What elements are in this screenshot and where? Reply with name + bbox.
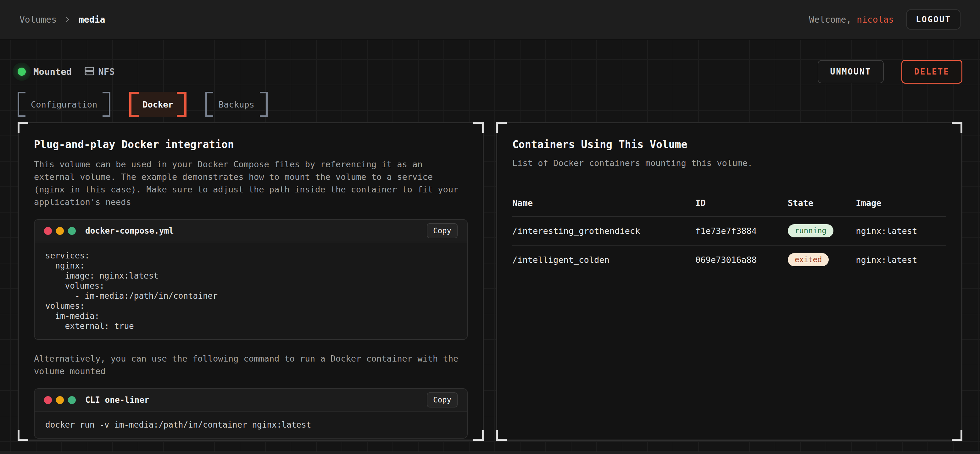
volume-status: Mounted NFS (18, 66, 115, 77)
copy-button[interactable]: Copy (427, 223, 458, 238)
delete-button[interactable]: DELETE (901, 60, 963, 84)
panel-corner-bracket (496, 122, 507, 133)
code-block-header: CLI one-liner Copy (35, 389, 467, 411)
driver-label: NFS (98, 66, 115, 77)
server-icon (84, 66, 94, 77)
compose-code: services: nginx: image: nginx:latest vol… (35, 243, 467, 339)
breadcrumb: Volumes media (19, 14, 105, 25)
panel-title: Containers Using This Volume (512, 138, 946, 151)
unmount-button[interactable]: UNMOUNT (818, 60, 884, 83)
cli-code-block: CLI one-liner Copy docker run -v im-medi… (34, 388, 468, 438)
main-content: Mounted NFS UNMOUNT DELETE Configuration… (0, 40, 980, 451)
volume-actions: UNMOUNT DELETE (818, 60, 963, 84)
window-dot-red-icon (44, 396, 52, 404)
tab-configuration[interactable]: Configuration (18, 92, 110, 117)
footer-strip (0, 451, 980, 454)
mounted-status-label: Mounted (33, 66, 72, 77)
status-row: Mounted NFS UNMOUNT DELETE (18, 60, 963, 84)
panel-corner-bracket (496, 430, 507, 441)
topbar-right: Welcome, nicolas LOGOUT (809, 10, 961, 30)
window-dots (44, 227, 76, 235)
cli-code: docker run -v im-media:/path/in/containe… (35, 411, 467, 438)
topbar: Volumes media Welcome, nicolas LOGOUT (0, 0, 980, 40)
tab-docker[interactable]: Docker (129, 92, 186, 117)
state-badge: running (788, 224, 834, 237)
window-dot-red-icon (44, 227, 52, 235)
panel-corner-bracket (473, 122, 484, 133)
panel-subtitle: List of Docker containers mounting this … (512, 158, 946, 168)
copy-button[interactable]: Copy (427, 392, 458, 408)
window-dot-green-icon (68, 227, 76, 235)
containers-table: Name ID State Image /interesting_grothen… (512, 198, 946, 274)
mounted-status-dot-icon (18, 68, 26, 76)
breadcrumb-volumes-link[interactable]: Volumes (19, 14, 57, 25)
window-dot-amber-icon (56, 227, 64, 235)
panel-corner-bracket (18, 430, 28, 441)
container-name: /intelligent_colden (512, 245, 695, 274)
container-name: /interesting_grothendieck (512, 216, 695, 245)
compose-code-block: docker-compose.yml Copy services: nginx:… (34, 219, 468, 340)
chevron-right-icon (64, 16, 72, 24)
panel-corner-bracket (952, 122, 963, 133)
panels-row: Plug-and-play Docker integration This vo… (18, 122, 963, 441)
containers-panel: Containers Using This Volume List of Doc… (496, 122, 963, 441)
logout-button[interactable]: LOGOUT (907, 10, 961, 30)
state-badge: exited (788, 253, 829, 266)
docker-integration-panel: Plug-and-play Docker integration This vo… (18, 122, 484, 441)
panel-corner-bracket (952, 430, 963, 441)
panel-corner-bracket (473, 430, 484, 441)
table-row: /intelligent_colden 069e73016a88 exited … (512, 245, 946, 274)
panel-description: This volume can be used in your Docker C… (34, 158, 468, 208)
welcome-prefix: Welcome, (809, 14, 851, 25)
code-block-header: docker-compose.yml Copy (35, 220, 467, 243)
welcome-text: Welcome, nicolas (809, 14, 894, 25)
column-header-state: State (788, 198, 856, 216)
code-filename: docker-compose.yml (85, 226, 174, 235)
container-id: f1e73e7f3884 (695, 216, 788, 245)
container-image: nginx:latest (856, 216, 946, 245)
column-header-image: Image (856, 198, 946, 216)
tab-bar: Configuration Docker Backups (18, 92, 963, 117)
username: nicolas (857, 14, 894, 25)
table-header-row: Name ID State Image (512, 198, 946, 216)
column-header-id: ID (695, 198, 788, 216)
container-image: nginx:latest (856, 245, 946, 274)
window-dots (44, 396, 76, 404)
breadcrumb-current-page: media (79, 14, 105, 25)
cli-intro-text: Alternatively, you can use the following… (34, 352, 468, 378)
panel-corner-bracket (18, 122, 28, 133)
code-filename: CLI one-liner (85, 395, 150, 405)
window-dot-amber-icon (56, 396, 64, 404)
tab-backups[interactable]: Backups (205, 92, 268, 117)
table-row: /interesting_grothendieck f1e73e7f3884 r… (512, 216, 946, 245)
column-header-name: Name (512, 198, 695, 216)
panel-title: Plug-and-play Docker integration (34, 138, 468, 151)
driver-info: NFS (84, 66, 115, 77)
container-id: 069e73016a88 (695, 245, 788, 274)
window-dot-green-icon (68, 396, 76, 404)
